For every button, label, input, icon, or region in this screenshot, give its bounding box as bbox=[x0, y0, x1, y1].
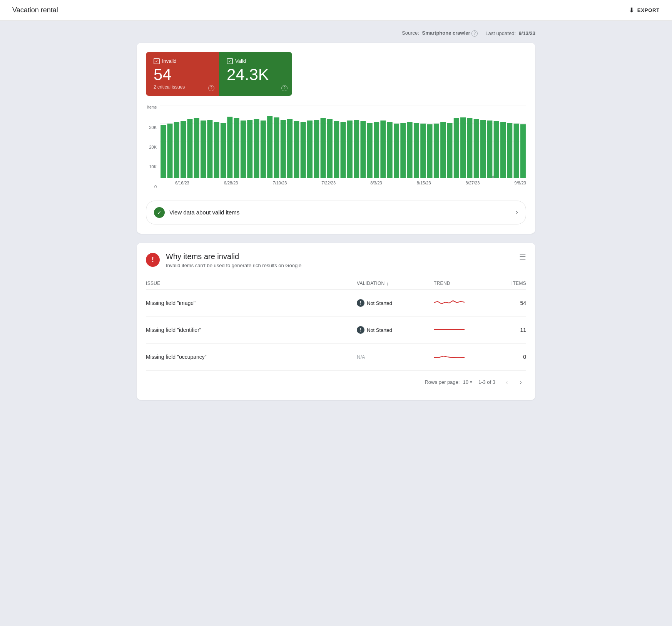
chart-y-10k: 10K bbox=[149, 164, 157, 169]
x-label-7: 8/27/23 bbox=[466, 181, 480, 185]
svg-rect-13 bbox=[214, 122, 219, 178]
svg-rect-27 bbox=[307, 121, 313, 178]
valid-items-text: View data about valid items bbox=[169, 209, 239, 216]
rows-per-page: Rows per page: 10 ▾ bbox=[425, 379, 472, 385]
svg-rect-35 bbox=[360, 121, 366, 178]
trend-sparkline-2 bbox=[434, 324, 495, 336]
svg-rect-5 bbox=[160, 125, 166, 178]
table-row: Missing field "image" ! Not Started 54 bbox=[146, 290, 526, 317]
table-row: Missing field "identifier" ! Not Started… bbox=[146, 317, 526, 344]
rows-dropdown-icon: ▾ bbox=[470, 380, 472, 385]
col-header-trend: Trend bbox=[434, 281, 495, 286]
validation-badge-1: ! Not Started bbox=[357, 299, 434, 307]
svg-rect-59 bbox=[507, 123, 512, 178]
svg-rect-52 bbox=[474, 119, 479, 178]
svg-rect-8 bbox=[181, 121, 186, 178]
svg-rect-39 bbox=[387, 122, 393, 178]
export-button[interactable]: ⬇ EXPORT bbox=[629, 7, 660, 14]
svg-rect-44 bbox=[420, 124, 426, 178]
x-label-1: 6/16/23 bbox=[175, 181, 189, 185]
svg-rect-37 bbox=[374, 122, 379, 178]
svg-rect-49 bbox=[454, 118, 459, 178]
svg-rect-23 bbox=[281, 120, 286, 178]
svg-rect-25 bbox=[294, 121, 299, 178]
svg-rect-36 bbox=[367, 123, 373, 178]
svg-rect-51 bbox=[467, 118, 472, 178]
x-label-5: 8/3/23 bbox=[370, 181, 382, 185]
validation-badge-3: N/A bbox=[357, 354, 434, 360]
items-count-1: 54 bbox=[495, 300, 526, 306]
svg-rect-53 bbox=[480, 120, 486, 178]
chevron-right-icon: › bbox=[516, 208, 518, 216]
status-tiles: ✓ Invalid 54 2 critical issues ? ✓ Valid… bbox=[146, 52, 292, 96]
svg-rect-10 bbox=[194, 118, 199, 178]
trend-sparkline-3 bbox=[434, 351, 495, 363]
invalid-card: ! Why items are invalid Invalid items ca… bbox=[137, 243, 535, 400]
svg-rect-42 bbox=[407, 122, 413, 178]
rows-per-page-select[interactable]: 10 ▾ bbox=[463, 379, 472, 385]
svg-rect-58 bbox=[500, 122, 506, 178]
svg-rect-40 bbox=[394, 124, 399, 178]
section-header: ! Why items are invalid Invalid items ca… bbox=[146, 252, 526, 268]
page-header: Vacation rental ⬇ EXPORT bbox=[0, 0, 672, 21]
valid-info-icon[interactable]: ? bbox=[281, 85, 288, 91]
svg-rect-43 bbox=[414, 123, 419, 178]
chart-x-labels: 6/16/23 6/28/23 7/10/23 7/22/23 8/3/23 8… bbox=[160, 178, 526, 185]
svg-rect-33 bbox=[347, 121, 353, 178]
svg-rect-38 bbox=[380, 121, 386, 178]
sort-arrow-icon[interactable]: ↓ bbox=[386, 281, 389, 286]
section-subtitle: Invalid items can't be used to generate … bbox=[166, 263, 301, 268]
col-header-issue: Issue bbox=[146, 281, 357, 286]
invalid-info-icon[interactable]: ? bbox=[208, 85, 214, 91]
valid-tile[interactable]: ✓ Valid 24.3K ? bbox=[219, 52, 292, 96]
section-title: Why items are invalid bbox=[166, 252, 301, 261]
page-title: Vacation rental bbox=[12, 6, 58, 14]
items-count-3: 0 bbox=[495, 354, 526, 360]
invalid-check-icon: ✓ bbox=[154, 58, 160, 64]
svg-rect-16 bbox=[234, 118, 239, 178]
svg-rect-24 bbox=[287, 119, 293, 178]
svg-rect-34 bbox=[354, 120, 359, 178]
chart-card: ✓ Invalid 54 2 critical issues ? ✓ Valid… bbox=[137, 43, 535, 234]
page-nav: ‹ › bbox=[501, 377, 526, 388]
svg-rect-31 bbox=[334, 121, 339, 178]
prev-page-button[interactable]: ‹ bbox=[501, 377, 512, 388]
svg-rect-29 bbox=[321, 118, 326, 178]
x-label-4: 7/22/23 bbox=[321, 181, 336, 185]
svg-rect-15 bbox=[227, 117, 232, 178]
page-info: 1-3 of 3 bbox=[478, 379, 495, 385]
x-label-6: 8/15/23 bbox=[417, 181, 431, 185]
invalid-tile[interactable]: ✓ Invalid 54 2 critical issues ? bbox=[146, 52, 219, 96]
svg-rect-7 bbox=[174, 122, 179, 178]
table-row: Missing field "occupancy" N/A 0 bbox=[146, 344, 526, 371]
svg-rect-41 bbox=[400, 123, 406, 178]
svg-rect-57 bbox=[494, 121, 499, 178]
valid-items-link[interactable]: ✓ View data about valid items › bbox=[146, 201, 526, 224]
svg-rect-56 bbox=[487, 121, 492, 178]
chart-y-0: 0 bbox=[154, 184, 157, 189]
svg-rect-47 bbox=[440, 122, 446, 178]
chart-y-30k: 30K bbox=[149, 125, 157, 130]
issue-name-3: Missing field "occupancy" bbox=[146, 354, 357, 360]
main-content: Source: Smartphone crawler ? Last update… bbox=[124, 21, 548, 418]
svg-rect-61 bbox=[520, 124, 526, 178]
export-icon: ⬇ bbox=[629, 7, 634, 14]
svg-rect-32 bbox=[341, 122, 346, 178]
filter-icon[interactable]: ☰ bbox=[519, 252, 526, 261]
svg-rect-48 bbox=[447, 123, 452, 178]
svg-rect-50 bbox=[460, 117, 466, 178]
x-label-8: 9/8/23 bbox=[514, 181, 526, 185]
svg-rect-12 bbox=[207, 120, 212, 178]
svg-rect-21 bbox=[267, 116, 272, 178]
source-bar: Source: Smartphone crawler ? Last update… bbox=[137, 30, 535, 37]
x-label-2: 6/28/23 bbox=[224, 181, 238, 185]
svg-rect-46 bbox=[434, 124, 439, 178]
chart-area: Items 30K 20K 10K 0 bbox=[146, 105, 526, 193]
next-page-button[interactable]: › bbox=[515, 377, 526, 388]
valid-count: 24.3K bbox=[227, 66, 284, 84]
not-started-icon-2: ! bbox=[357, 326, 364, 334]
source-info-icon[interactable]: ? bbox=[471, 30, 478, 37]
svg-rect-26 bbox=[301, 122, 306, 178]
svg-rect-18 bbox=[247, 120, 252, 178]
invalid-sub: 2 critical issues bbox=[154, 84, 211, 90]
